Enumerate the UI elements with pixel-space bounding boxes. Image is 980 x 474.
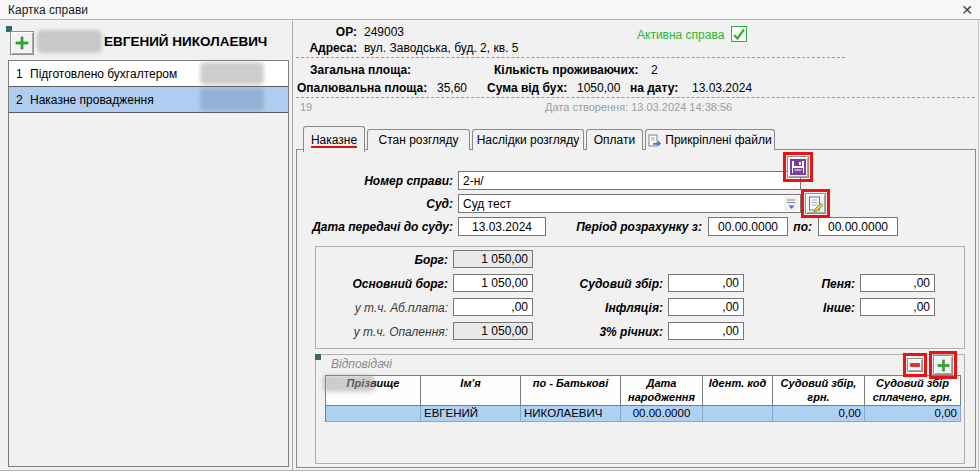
client-name: ЕВГЕНИЙ НИКОЛАЕВИЧ bbox=[104, 34, 267, 49]
interest-input[interactable]: ,00 bbox=[668, 322, 744, 340]
stage-number: 1 bbox=[16, 67, 30, 81]
on-date-label: на дату: bbox=[630, 81, 678, 95]
redacted-stage-badge bbox=[201, 89, 263, 110]
window-right-border bbox=[978, 21, 979, 470]
groupbox-grip bbox=[315, 354, 321, 360]
cell-ident-code bbox=[703, 406, 773, 422]
sum-from-acc-label: Сума від бух: bbox=[487, 81, 567, 95]
cell-first-name: ЕВГЕНИЙ bbox=[421, 406, 521, 422]
main-debt-label: Основний борг: bbox=[320, 277, 448, 291]
transfer-date-label: Дата передачі до суду: bbox=[300, 220, 453, 234]
stage-item-1[interactable]: 1 Підготовлено бухгалтером bbox=[9, 61, 288, 87]
save-button-highlight bbox=[783, 152, 813, 182]
add-respondent-button[interactable] bbox=[933, 355, 953, 375]
court-value: Суд тест bbox=[463, 197, 511, 211]
title-bar: Картка справи ✕ bbox=[0, 0, 980, 20]
sub-fee-input[interactable]: ,00 bbox=[453, 298, 533, 316]
tab-label: Стан розгляду bbox=[379, 133, 459, 147]
panel-divider bbox=[292, 21, 293, 470]
floppy-disk-icon bbox=[790, 159, 806, 175]
stage-item-2-selected[interactable]: 2 Наказне провадження bbox=[9, 87, 288, 113]
cell-court-fee: 0,00 bbox=[773, 406, 865, 422]
col-court-fee-paid[interactable]: Судовий збір сплачено, грн. bbox=[865, 376, 961, 406]
edit-court-button[interactable] bbox=[805, 193, 826, 214]
col-middle-name[interactable]: по - Батькові bbox=[521, 376, 621, 406]
penalty-input[interactable]: ,00 bbox=[860, 274, 935, 292]
window-title: Картка справи bbox=[8, 3, 88, 17]
court-fee-label: Судовий збір: bbox=[545, 277, 663, 291]
heating-input: 1 050,00 bbox=[453, 322, 533, 340]
active-case-checkbox[interactable] bbox=[731, 26, 747, 42]
stage-number: 2 bbox=[16, 93, 30, 107]
tab-label: Наказне bbox=[311, 133, 357, 147]
or-label: ОР: bbox=[300, 25, 357, 39]
add-respondent-highlight bbox=[929, 351, 957, 379]
edit-pencil-icon bbox=[808, 196, 824, 212]
active-tab-red-underline bbox=[311, 146, 357, 148]
attachment-icon bbox=[648, 134, 661, 147]
period-from-input[interactable]: 00.00.0000 bbox=[708, 217, 788, 236]
residents-value: 2 bbox=[651, 63, 658, 77]
inflation-label: Інфляція: bbox=[545, 301, 663, 315]
col-birth-date[interactable]: Дата народження bbox=[621, 376, 703, 406]
tab-naslidky-rozghliadu[interactable]: Наслідки розгляду bbox=[472, 129, 584, 150]
court-combobox[interactable]: Суд тест bbox=[458, 194, 801, 213]
save-button[interactable] bbox=[787, 156, 809, 178]
close-icon[interactable]: ✕ bbox=[958, 1, 976, 19]
dropdown-button[interactable] bbox=[784, 196, 799, 211]
minus-icon bbox=[910, 363, 920, 367]
heated-area-label: Опалювальна площа: bbox=[297, 81, 427, 95]
main-debt-input[interactable]: 1 050,00 bbox=[453, 274, 533, 292]
table-header-row: Прізвище Ім'я по - Батькові Дата народже… bbox=[326, 376, 961, 406]
interest-label: 3% річних: bbox=[545, 325, 663, 339]
remove-respondent-button[interactable] bbox=[907, 358, 923, 372]
tab-prykripleni-faily[interactable]: Прикріплені файли bbox=[645, 129, 775, 150]
tab-label: Оплати bbox=[594, 133, 635, 147]
period-from-label: Період розрахунку з: bbox=[560, 220, 702, 234]
separator-dashed bbox=[296, 57, 845, 58]
respondents-title: Відповідачі bbox=[331, 357, 392, 371]
active-case-label: Активна справа bbox=[637, 28, 724, 42]
period-to-label: по: bbox=[780, 220, 812, 234]
col-ident-code[interactable]: Ідент. код bbox=[703, 376, 773, 406]
court-fee-input[interactable]: ,00 bbox=[668, 274, 744, 292]
tab-oplaty[interactable]: Оплати bbox=[586, 129, 643, 150]
plus-icon bbox=[937, 359, 950, 372]
record-id: 19 bbox=[300, 101, 312, 113]
separator-dashed bbox=[296, 97, 975, 98]
redacted-client-surname bbox=[38, 31, 101, 52]
other-label: Інше: bbox=[760, 301, 855, 315]
on-date-value: 13.03.2024 bbox=[692, 81, 752, 95]
penalty-label: Пеня: bbox=[760, 277, 855, 291]
other-input[interactable]: ,00 bbox=[860, 298, 935, 316]
inflation-input[interactable]: ,00 bbox=[668, 298, 744, 316]
add-case-button[interactable] bbox=[10, 31, 34, 55]
total-area-label: Загальна площа: bbox=[310, 63, 411, 77]
created-date: Дата створення: 13.03.2024 14:38:56 bbox=[545, 101, 732, 113]
stage-list: 1 Підготовлено бухгалтером 2 Наказне про… bbox=[8, 60, 289, 467]
cell-birth-date: 00.00.0000 bbox=[621, 406, 703, 422]
stage-label: Наказне провадження bbox=[30, 93, 154, 107]
transfer-date-input[interactable]: 13.03.2024 bbox=[458, 217, 546, 236]
tab-stan-rozghliadu[interactable]: Стан розгляду bbox=[367, 129, 470, 150]
period-to-input[interactable]: 00.00.0000 bbox=[818, 217, 898, 236]
cell-middle-name: НИКОЛАЕВИЧ bbox=[521, 406, 621, 422]
tab-label: Прикріплені файли bbox=[665, 133, 771, 147]
edit-court-button-highlight bbox=[801, 189, 830, 218]
redacted-stage-badge bbox=[201, 63, 263, 84]
stage-label: Підготовлено бухгалтером bbox=[30, 67, 177, 81]
cell-court-fee-paid: 0,00 bbox=[865, 406, 961, 422]
residents-label: Кількість проживаючих: bbox=[494, 63, 639, 77]
case-number-input[interactable]: 2-н/ bbox=[458, 171, 801, 190]
sub-fee-label: у т.ч. Аб.плата: bbox=[320, 301, 448, 315]
table-row[interactable]: ЕВГЕНИЙ НИКОЛАЕВИЧ 00.00.0000 0,00 0,00 bbox=[326, 406, 961, 422]
debt-label: Борг: bbox=[330, 253, 448, 267]
or-value: 249003 bbox=[364, 25, 404, 39]
col-court-fee[interactable]: Судовий збір, грн. bbox=[773, 376, 865, 406]
col-first-name[interactable]: Ім'я bbox=[421, 376, 521, 406]
court-label: Суд: bbox=[300, 197, 453, 211]
tab-nakazne[interactable]: Наказне bbox=[303, 126, 365, 152]
heated-area-value: 35,60 bbox=[437, 81, 467, 95]
address-value: вул. Заводська, буд. 2, кв. 5 bbox=[364, 41, 518, 55]
respondents-table: Прізвище Ім'я по - Батькові Дата народже… bbox=[325, 375, 961, 422]
